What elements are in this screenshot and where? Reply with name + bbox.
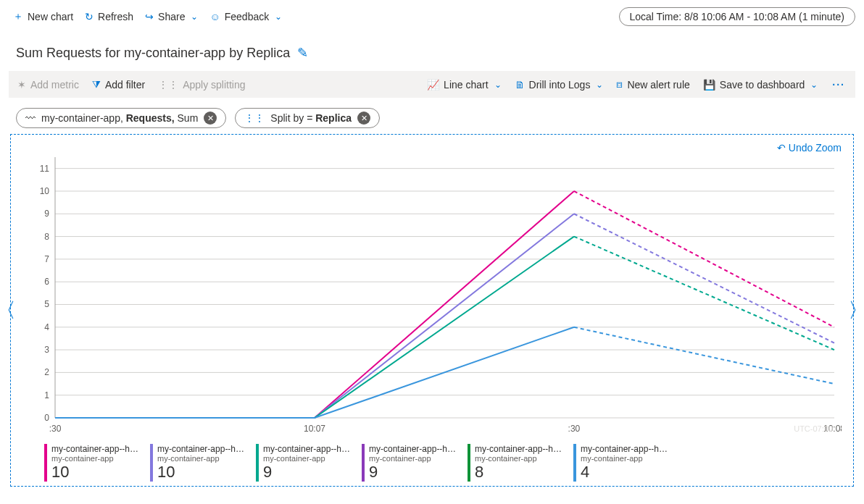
chevron-down-icon: ⌄ (596, 80, 603, 90)
legend-resource: my-container-app (263, 454, 354, 463)
legend-swatch (362, 444, 365, 482)
chart-title: Sum Requests for my-container-app by Rep… (16, 46, 290, 61)
legend-item[interactable]: my-container-app--h7…my-container-app10 (150, 444, 252, 482)
legend-value: 4 (581, 463, 672, 482)
legend-value: 9 (263, 463, 354, 482)
share-button[interactable]: ↪ Share ⌄ (141, 8, 202, 25)
time-range-pill[interactable]: Local Time: 8/8 10:06 AM - 10:08 AM (1 m… (619, 7, 855, 26)
svg-text:7: 7 (44, 254, 49, 264)
add-metric-icon: ✶ (17, 79, 26, 91)
split-dimension: Replica (315, 112, 352, 124)
edit-title-icon[interactable]: ✎ (297, 45, 308, 61)
svg-text:UTC-07:00: UTC-07:00 (794, 424, 833, 433)
undo-icon: ↶ (777, 142, 786, 154)
chart-title-row: Sum Requests for my-container-app by Rep… (9, 30, 855, 71)
undo-zoom-label: Undo Zoom (789, 142, 842, 154)
time-range-label: Local Time: 8/8 10:06 AM - 10:08 AM (1 m… (630, 11, 844, 22)
svg-text::30: :30 (49, 424, 62, 434)
legend-resource: my-container-app (51, 454, 143, 463)
chart-type-button[interactable]: 📈 Line chart ⌄ (423, 76, 505, 93)
legend-item[interactable]: my-container-app--h7…my-container-app10 (44, 444, 146, 482)
metric-pill[interactable]: 〰 my-container-app, Requests, Sum ✕ (16, 108, 226, 128)
legend-swatch (44, 444, 47, 482)
top-toolbar: ＋ New chart ↻ Refresh ↪ Share ⌄ ☺ Feedba… (9, 3, 855, 30)
split-prefix: Split by = (270, 112, 315, 124)
feedback-button[interactable]: ☺ Feedback ⌄ (205, 8, 286, 25)
new-chart-button[interactable]: ＋ New chart (9, 7, 78, 26)
remove-split-icon[interactable]: ✕ (357, 112, 370, 125)
line-chart-icon: 📈 (427, 79, 439, 91)
split-icon: ⋮⋮ (158, 79, 178, 91)
legend-series-name: my-container-app--h7… (581, 444, 672, 454)
legend-value: 10 (51, 463, 143, 482)
chart-legend: my-container-app--h7…my-container-app10m… (15, 438, 849, 482)
svg-text:6: 6 (44, 277, 49, 287)
save-dashboard-button[interactable]: 💾 Save to dashboard ⌄ (699, 76, 823, 93)
svg-text:0: 0 (44, 413, 49, 423)
legend-swatch (150, 444, 153, 482)
chevron-down-icon: ⌄ (275, 12, 282, 22)
legend-series-name: my-container-app--h7… (475, 444, 566, 454)
share-label: Share (158, 11, 185, 22)
remove-metric-icon[interactable]: ✕ (204, 112, 217, 125)
legend-resource: my-container-app (581, 454, 672, 463)
drill-logs-label: Drill into Logs (529, 79, 591, 91)
add-metric-label: Add metric (30, 79, 79, 91)
more-button[interactable]: ··· (826, 79, 851, 91)
legend-series-name: my-container-app--h7… (369, 444, 460, 454)
chevron-down-icon: ⌄ (494, 80, 502, 90)
save-dash-label: Save to dashboard (720, 79, 805, 91)
svg-text:5: 5 (44, 299, 49, 309)
chart-plot[interactable]: 01234567891011:3010:07:3010:08UTC-07:00 (15, 154, 842, 436)
legend-item[interactable]: my-container-app--h7…my-container-app8 (468, 444, 569, 482)
legend-resource: my-container-app (475, 454, 566, 463)
new-chart-label: New chart (28, 11, 73, 22)
legend-item[interactable]: my-container-app--h7…my-container-app4 (573, 444, 675, 482)
filter-icon: ⧩ (92, 78, 101, 91)
logs-icon: 🗎 (515, 79, 525, 91)
svg-text:1: 1 (44, 390, 49, 400)
refresh-button[interactable]: ↻ Refresh (80, 8, 138, 25)
legend-item[interactable]: my-container-app--h7…my-container-app9 (256, 444, 357, 482)
svg-text:4: 4 (44, 322, 49, 332)
svg-text:3: 3 (44, 345, 49, 355)
metric-resource: my-container-app, (41, 112, 123, 124)
alert-icon: ⧈ (616, 78, 623, 91)
add-filter-button[interactable]: ⧩ Add filter (88, 75, 149, 93)
plus-icon: ＋ (13, 10, 23, 23)
add-metric-button[interactable]: ✶ Add metric (13, 76, 83, 93)
svg-text:11: 11 (40, 164, 50, 174)
legend-series-name: my-container-app--h7… (263, 444, 354, 454)
refresh-label: Refresh (98, 11, 133, 22)
svg-text:9: 9 (44, 209, 49, 219)
svg-text::30: :30 (568, 424, 581, 434)
apply-splitting-label: Apply splitting (183, 79, 245, 91)
legend-swatch (468, 444, 470, 482)
metric-name: Requests, (126, 112, 175, 124)
undo-zoom-button[interactable]: ↶ Undo Zoom (777, 142, 842, 154)
metric-line-icon: 〰 (25, 112, 36, 124)
drill-logs-button[interactable]: 🗎 Drill into Logs ⌄ (510, 76, 608, 93)
legend-resource: my-container-app (369, 454, 460, 463)
chart-container: ↶ Undo Zoom 01234567891011:3010:07:3010:… (10, 134, 854, 487)
refresh-icon: ↻ (85, 11, 94, 22)
legend-series-name: my-container-app--h7… (51, 444, 143, 454)
new-alert-button[interactable]: ⧈ New alert rule (612, 75, 694, 93)
svg-text:8: 8 (44, 232, 49, 242)
legend-value: 8 (475, 463, 566, 482)
legend-swatch (256, 444, 259, 482)
new-alert-label: New alert rule (627, 79, 689, 91)
legend-resource: my-container-app (157, 454, 249, 463)
legend-item[interactable]: my-container-app--h7…my-container-app9 (362, 444, 463, 482)
smile-icon: ☺ (209, 11, 220, 22)
legend-swatch (573, 444, 576, 482)
save-icon: 💾 (703, 79, 715, 91)
split-pill-icon: ⋮⋮ (244, 112, 265, 124)
apply-splitting-button[interactable]: ⋮⋮ Apply splitting (154, 76, 249, 93)
split-pill[interactable]: ⋮⋮ Split by = Replica ✕ (235, 108, 380, 128)
share-icon: ↪ (145, 11, 154, 22)
chart-type-label: Line chart (444, 79, 488, 91)
chevron-down-icon: ⌄ (810, 80, 818, 90)
feedback-label: Feedback (225, 11, 269, 22)
legend-series-name: my-container-app--h7… (157, 444, 249, 454)
